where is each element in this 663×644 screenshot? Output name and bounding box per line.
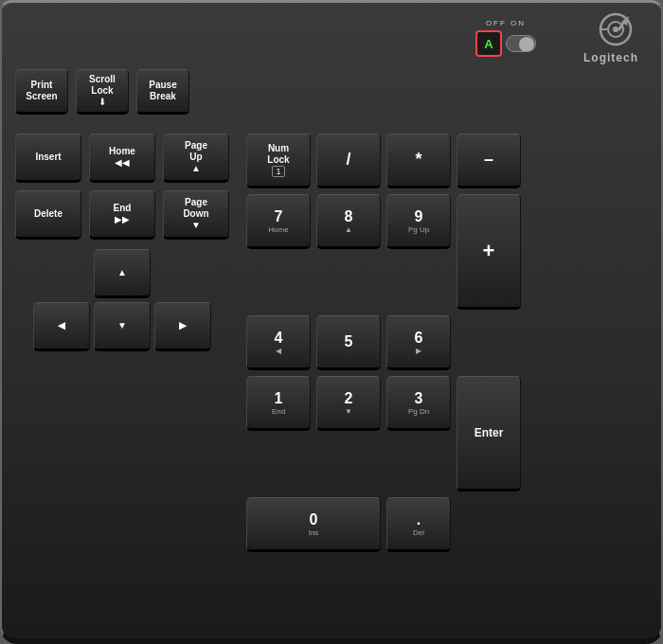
- home-key[interactable]: Home ◀◀: [89, 134, 155, 183]
- capslock-area: OFF ON A: [475, 19, 536, 57]
- arrow-cluster: ▲ ◀ ▼ ▶: [15, 249, 229, 351]
- numpad-row-1: 7 Home 8 ▲ 9 Pg Up +: [246, 194, 521, 310]
- numpad-row-2: 4 ◀ 5 6 ▶: [246, 315, 521, 370]
- num-9-key[interactable]: 9 Pg Up: [386, 194, 451, 249]
- num-8-key[interactable]: 8 ▲: [316, 194, 381, 249]
- capslock-indicator[interactable]: A: [475, 30, 502, 57]
- keyboard-body: OFF ON A Logit: [0, 0, 663, 644]
- num-6-key[interactable]: 6 ▶: [386, 315, 451, 370]
- numpad-row-0: Num Lock 1 / * –: [246, 134, 521, 188]
- top-bar: OFF ON A Logit: [15, 14, 648, 62]
- arrow-bottom-row: ◀ ▼ ▶: [33, 302, 211, 351]
- arrow-down-key[interactable]: ▼: [94, 302, 151, 351]
- logitech-logo: Logitech: [583, 12, 638, 64]
- num-0-key[interactable]: 0 Ins: [246, 497, 381, 552]
- nav-row-2: Delete End ▶▶ Page Down ▼: [15, 190, 229, 240]
- num-add-key[interactable]: +: [457, 194, 521, 310]
- switch-row: A: [475, 30, 536, 57]
- arrow-right-key[interactable]: ▶: [154, 302, 211, 351]
- num-3-key[interactable]: 3 Pg Dn: [386, 376, 451, 431]
- print-screen-key[interactable]: Print Screen: [15, 69, 68, 115]
- delete-key[interactable]: Delete: [15, 190, 81, 240]
- num-multiply-key[interactable]: *: [386, 134, 451, 188]
- num-5-key[interactable]: 5: [316, 315, 381, 370]
- num-1-key[interactable]: 1 End: [246, 376, 311, 431]
- num-lock-key[interactable]: Num Lock 1: [246, 134, 311, 188]
- numpad-section: Num Lock 1 / * – 7 Home: [246, 134, 521, 552]
- pause-break-key[interactable]: Pause Break: [136, 69, 189, 115]
- end-key[interactable]: End ▶▶: [89, 190, 155, 240]
- num-7-key[interactable]: 7 Home: [246, 194, 311, 249]
- insert-key[interactable]: Insert: [15, 134, 81, 183]
- logo-svg: [593, 12, 638, 46]
- numpad-row-4: 0 Ins . Del: [246, 497, 521, 552]
- left-section: Insert Home ◀◀ Page Up ▲ Delete: [15, 134, 229, 552]
- scroll-lock-key[interactable]: Scroll Lock ⬇: [76, 69, 129, 115]
- num-subtract-key[interactable]: –: [457, 134, 521, 188]
- num-enter-key[interactable]: Enter: [457, 376, 521, 492]
- main-area: Insert Home ◀◀ Page Up ▲ Delete: [15, 134, 648, 552]
- logo-graphic: [593, 12, 638, 51]
- page-up-key[interactable]: Page Up ▲: [163, 134, 229, 183]
- num-dot-key[interactable]: . Del: [386, 497, 451, 552]
- bottom-edge: [15, 552, 648, 567]
- num-divide-key[interactable]: /: [316, 134, 381, 188]
- toggle-knob: [519, 37, 534, 52]
- arrow-left-key[interactable]: ◀: [33, 302, 90, 351]
- logitech-text: Logitech: [583, 51, 638, 64]
- arrow-up-key[interactable]: ▲: [94, 249, 151, 298]
- page-down-key[interactable]: Page Down ▼: [163, 190, 229, 240]
- nav-cluster: Insert Home ◀◀ Page Up ▲ Delete: [15, 134, 229, 240]
- nav-row-1: Insert Home ◀◀ Page Up ▲: [15, 134, 229, 183]
- numpad-row-3: 1 End 2 ▼ 3 Pg Dn Enter: [246, 376, 521, 492]
- function-row: Print Screen Scroll Lock ⬇ Pause Break: [15, 69, 648, 115]
- num-4-key[interactable]: 4 ◀: [246, 315, 311, 370]
- toggle-switch[interactable]: [506, 35, 536, 52]
- num-2-key[interactable]: 2 ▼: [316, 376, 381, 431]
- off-on-label: OFF ON: [486, 19, 526, 27]
